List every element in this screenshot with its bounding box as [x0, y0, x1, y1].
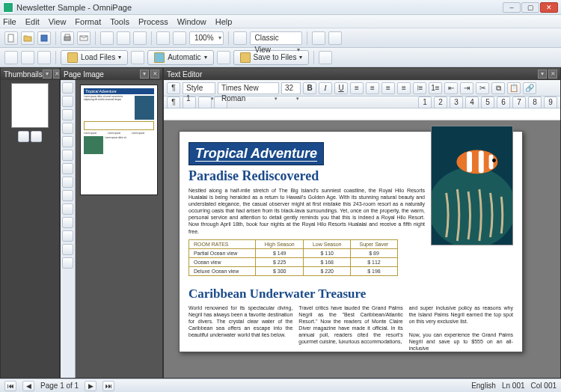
wf-arrow1-icon[interactable]: [131, 51, 144, 64]
automatic-button[interactable]: Automatic▾: [147, 50, 213, 65]
erase-tool[interactable]: [62, 230, 73, 242]
tb-extra2[interactable]: [198, 97, 212, 108]
thumb-tool2[interactable]: [31, 131, 42, 142]
first-page-button[interactable]: ⏮: [4, 381, 16, 391]
tb-mark2[interactable]: 2: [434, 97, 447, 108]
panel-menu-icon[interactable]: ▾: [538, 70, 547, 79]
maximize-button[interactable]: ▢: [521, 2, 539, 13]
zoom-tool[interactable]: [62, 244, 73, 255]
align-right-button[interactable]: ≡: [381, 82, 395, 94]
tb-mark9[interactable]: 9: [544, 97, 557, 108]
page-image-tools: [61, 80, 76, 378]
new-icon[interactable]: [4, 31, 18, 45]
para-icon[interactable]: [233, 31, 247, 45]
zoom-icon[interactable]: [173, 31, 186, 45]
rotate-tool[interactable]: [62, 177, 73, 188]
menu-file[interactable]: File: [3, 17, 16, 26]
menu-window[interactable]: Window: [177, 17, 206, 26]
tb-mark5[interactable]: 5: [481, 97, 494, 108]
align-center-button[interactable]: ≡: [366, 82, 379, 94]
justify-button[interactable]: ≡: [397, 82, 411, 94]
para-style-icon[interactable]: ¶: [167, 82, 180, 94]
font-select[interactable]: Times New Roman: [218, 82, 279, 94]
panel-menu-icon[interactable]: ▾: [43, 70, 52, 79]
prev-page-button[interactable]: ◀: [22, 381, 34, 391]
text-editor-panel: Text Editor ▾✕ ¶ Style 1 Times New Roman…: [163, 67, 561, 379]
tb-mark7[interactable]: 7: [512, 97, 526, 108]
open-icon[interactable]: [21, 31, 34, 45]
style-select[interactable]: Style 1: [183, 82, 215, 94]
last-page-button[interactable]: ⏭: [102, 381, 114, 391]
menu-process[interactable]: Process: [138, 17, 168, 26]
deskew-tool[interactable]: [62, 190, 73, 201]
window-title: Newsletter Sample - OmniPage: [16, 3, 503, 12]
menu-help[interactable]: Help: [215, 17, 233, 26]
reorder-tool[interactable]: [62, 163, 73, 174]
underline-button[interactable]: U: [334, 82, 348, 94]
size-select[interactable]: 32: [281, 82, 301, 94]
save-icon[interactable]: [37, 31, 51, 45]
document-area[interactable]: Tropical Adventure Paradise Rediscovered…: [164, 120, 560, 378]
mail-icon[interactable]: [77, 31, 91, 45]
outdent-button[interactable]: ⇤: [444, 82, 458, 94]
ruler[interactable]: [164, 108, 560, 120]
bullet-list-button[interactable]: ⁝≡: [413, 82, 426, 94]
load-files-button[interactable]: Load Files▾: [61, 50, 128, 65]
menu-format[interactable]: Format: [75, 17, 101, 26]
wf-step3-icon[interactable]: [37, 51, 51, 64]
copy-button[interactable]: ⧉: [491, 82, 505, 94]
menu-view[interactable]: View: [49, 17, 67, 26]
pointer-tool[interactable]: [62, 82, 73, 94]
menu-edit[interactable]: Edit: [25, 17, 40, 26]
panel-close-icon[interactable]: ✕: [548, 70, 557, 79]
tb-mark3[interactable]: 3: [450, 97, 463, 108]
tb-mark6[interactable]: 6: [497, 97, 510, 108]
tool-icon[interactable]: [117, 31, 130, 45]
wf-step2-icon[interactable]: [21, 51, 34, 64]
link-button[interactable]: 🔗: [523, 82, 536, 94]
wf-extra-icon[interactable]: [319, 51, 332, 64]
minimize-button[interactable]: –: [503, 2, 521, 13]
thumb-tool1[interactable]: [18, 131, 29, 142]
tb-mark1[interactable]: 1: [418, 97, 432, 108]
number-list-button[interactable]: 1≡: [429, 82, 442, 94]
cut-button[interactable]: ✂: [476, 82, 489, 94]
zone-tool[interactable]: [62, 109, 73, 120]
extra2-icon[interactable]: [328, 31, 342, 45]
panel-menu-icon[interactable]: ▾: [140, 70, 149, 79]
next-page-button[interactable]: ▶: [85, 381, 96, 391]
svg-point-6: [432, 167, 512, 245]
crop-tool[interactable]: [62, 203, 73, 215]
indent-button[interactable]: ⇥: [460, 82, 473, 94]
document-page: Tropical Adventure Paradise Rediscovered…: [179, 131, 523, 352]
page-image-view[interactable]: Tropical Adventure Lorem ipsum dolor sit…: [76, 80, 162, 378]
table-header: ROOM RATES: [189, 239, 256, 248]
paste-button[interactable]: 📋: [507, 82, 521, 94]
tb-mark4[interactable]: 4: [465, 97, 479, 108]
hand-tool[interactable]: [62, 96, 73, 107]
delete-tool[interactable]: [62, 150, 73, 161]
tool2-icon[interactable]: [133, 31, 147, 45]
menu-tools[interactable]: Tools: [110, 17, 129, 26]
table-tool[interactable]: [62, 123, 73, 134]
fill-tool[interactable]: [62, 217, 73, 228]
fit-tool[interactable]: [62, 257, 73, 269]
print-icon[interactable]: [61, 31, 74, 45]
table-row: Ocean view$ 225$ 168$ 112: [189, 257, 398, 266]
page-thumbnail[interactable]: [11, 83, 49, 128]
show-formatting-button[interactable]: ¶: [167, 97, 180, 108]
italic-button[interactable]: I: [319, 82, 332, 94]
bold-button[interactable]: B: [303, 82, 316, 94]
options-icon[interactable]: [100, 31, 114, 45]
zoom-fit-icon[interactable]: [156, 31, 170, 45]
panel-close-icon[interactable]: ✕: [150, 70, 159, 79]
extra1-icon[interactable]: [312, 31, 325, 45]
view-select[interactable]: Classic View: [250, 31, 302, 45]
zoom-select[interactable]: 100%: [189, 31, 224, 45]
wf-arrow2-icon[interactable]: [217, 51, 230, 64]
text-tool[interactable]: [62, 136, 73, 147]
align-left-button[interactable]: ≡: [350, 82, 364, 94]
tb-mark8[interactable]: 8: [528, 97, 542, 108]
close-button[interactable]: ✕: [540, 2, 558, 13]
wf-step1-icon[interactable]: [4, 51, 18, 64]
